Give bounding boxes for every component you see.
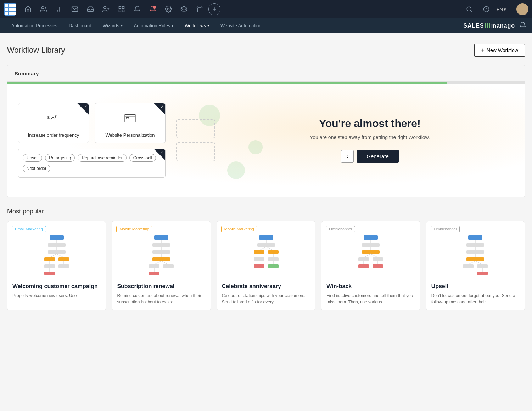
svg-point-15: [197, 7, 198, 8]
tag-next-order[interactable]: Next order: [23, 165, 50, 172]
plus-icon: +: [481, 47, 484, 53]
analytics-icon[interactable]: [52, 2, 66, 16]
svg-point-11: [153, 6, 156, 9]
contacts-icon[interactable]: [37, 2, 50, 16]
svg-line-34: [50, 254, 57, 257]
wlc-desc-4: Find inactive customers and tell them th…: [326, 292, 415, 305]
svg-rect-72: [364, 235, 378, 240]
popular-card-anniversary[interactable]: Mobile Marketing: [217, 221, 315, 310]
svg-rect-28: [126, 117, 129, 119]
workflow-card-increase-order[interactable]: ✓ $ Increase order frequency: [18, 103, 89, 143]
svg-rect-97: [477, 272, 488, 275]
svg-line-61: [266, 247, 273, 250]
svg-rect-26: [125, 114, 135, 122]
svg-rect-80: [373, 257, 383, 261]
wlc-badge-area-2: Mobile Marketing: [112, 221, 210, 232]
badge-omnichannel-2: Omnichannel: [431, 226, 460, 232]
summary-big-title: You're almost there!: [319, 118, 421, 130]
svg-rect-66: [254, 257, 264, 261]
apps-grid-button[interactable]: [4, 3, 16, 16]
back-button[interactable]: ‹: [341, 150, 354, 163]
svg-rect-62: [254, 250, 264, 254]
svg-line-60: [259, 247, 266, 250]
svg-rect-33: [48, 250, 66, 254]
nav-item-automation-rules[interactable]: Automation Rules ▾: [128, 18, 179, 33]
popular-card-subscription[interactable]: Mobile Marketing: [112, 221, 211, 310]
new-workflow-button[interactable]: + New Workflow: [474, 44, 525, 57]
popular-card-winback[interactable]: Omnichannel: [321, 221, 420, 310]
nav-bell-icon[interactable]: [519, 22, 526, 30]
automation-rules-chevron-icon: ▾: [172, 24, 173, 28]
svg-line-21: [470, 10, 471, 11]
inbox-icon[interactable]: [84, 2, 97, 16]
summary-right: You're almost there! You are one step aw…: [226, 110, 514, 170]
wlc-badge-area-3: Mobile Marketing: [217, 221, 315, 232]
svg-line-35: [57, 254, 64, 257]
nav-item-automation-processes[interactable]: Automation Processes: [6, 18, 63, 33]
svg-rect-87: [466, 243, 484, 247]
wlc-flowchart-image-5: [426, 232, 525, 278]
nav-item-dashboard[interactable]: Dashboard: [63, 18, 97, 33]
wlc-flowchart-image-4: [321, 232, 420, 278]
card-check-indicator-2: ✓: [154, 103, 165, 115]
svg-rect-59: [257, 243, 275, 247]
workflow-tags-card: ✓ Upsell Retargeting Repurchase reminder…: [18, 149, 166, 178]
alert-notification-icon[interactable]: [146, 2, 159, 16]
svg-point-12: [168, 8, 169, 10]
wlc-body-3: Celebrate anniversary Celebrate relation…: [217, 278, 315, 310]
svg-rect-53: [149, 264, 159, 268]
apps-grid-icon: [5, 4, 16, 15]
wizards-chevron-icon: ▾: [121, 24, 123, 28]
flowchart-svg-1: [39, 234, 74, 276]
wlc-flowchart-image-1: [7, 232, 106, 278]
segments-icon[interactable]: [115, 2, 128, 16]
info-icon[interactable]: [480, 2, 493, 16]
wlc-title-4: Win-back: [326, 283, 415, 290]
svg-rect-94: [463, 264, 474, 268]
summary-actions: ‹ Generate: [341, 150, 399, 163]
email-icon[interactable]: [68, 2, 82, 16]
tag-cross-sell[interactable]: Cross-sell: [129, 154, 156, 162]
tag-retargeting[interactable]: Retargeting: [45, 154, 75, 162]
svg-rect-76: [362, 250, 380, 254]
svg-line-52: [161, 261, 168, 264]
svg-rect-50: [152, 257, 170, 261]
notification-icon[interactable]: [130, 2, 144, 16]
plus-circle-icon[interactable]: [208, 3, 220, 15]
nav-item-wizards[interactable]: Wizards ▾: [97, 18, 128, 33]
badge-omnichannel-1: Omnichannel: [326, 226, 355, 232]
flows-icon[interactable]: [193, 2, 206, 16]
nav-item-workflows[interactable]: Workflows ▾: [179, 18, 215, 33]
wlc-title-3: Celebrate anniversary: [222, 283, 310, 290]
svg-line-93: [475, 261, 482, 264]
check-mark-icon-2: ✓: [161, 104, 164, 109]
svg-rect-79: [358, 257, 369, 261]
svg-rect-31: [48, 243, 66, 247]
add-contact-icon[interactable]: [99, 2, 113, 16]
wlc-body-4: Win-back Find inactive customers and tel…: [321, 278, 420, 310]
workflow-card-website-personalization[interactable]: ✓ Website Personalization: [95, 103, 166, 143]
generate-button[interactable]: Generate: [357, 150, 399, 163]
home-icon[interactable]: [21, 2, 35, 16]
nav-item-website-automation[interactable]: Website Automation: [215, 18, 267, 33]
brand-logo: SALESmanago: [463, 23, 515, 29]
svg-rect-89: [466, 250, 484, 254]
network-icon[interactable]: [177, 2, 191, 16]
svg-point-0: [41, 7, 44, 9]
search-icon[interactable]: [463, 2, 476, 16]
tags-check-mark-icon: ✓: [161, 150, 164, 155]
tag-upsell[interactable]: Upsell: [23, 154, 42, 162]
popular-card-upsell[interactable]: Omnichannel: [426, 221, 525, 310]
flowchart-svg-3: [248, 234, 284, 276]
user-avatar[interactable]: [516, 3, 528, 15]
settings-icon[interactable]: [162, 2, 175, 16]
flowchart-svg-4: [353, 234, 388, 276]
summary-body: ✓ $ Increase order frequency: [7, 84, 525, 197]
tag-repurchase-reminder[interactable]: Repurchase reminder: [78, 154, 126, 162]
svg-rect-83: [358, 264, 369, 268]
language-selector[interactable]: EN ▾: [497, 7, 506, 12]
svg-line-51: [154, 261, 161, 264]
topbar-right: EN ▾: [463, 2, 528, 16]
popular-card-welcoming[interactable]: Email Marketing: [7, 221, 106, 310]
svg-rect-10: [122, 10, 124, 12]
